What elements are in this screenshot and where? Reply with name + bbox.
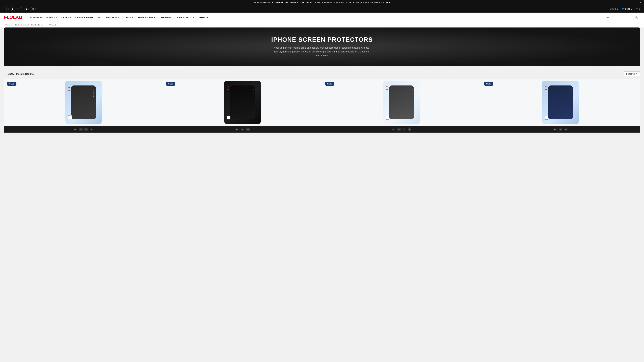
login-label: LOGIN bbox=[625, 8, 632, 10]
qr-code bbox=[386, 116, 390, 119]
feature-icon-ar: AR bbox=[553, 128, 557, 131]
product-icons-bar: AR 3D 👁 bbox=[163, 126, 322, 133]
product-image-area: FLOLAB bbox=[322, 79, 481, 126]
hero-description: Keep your screen looking great and healt… bbox=[271, 46, 372, 57]
new-badge: NEW bbox=[7, 82, 16, 86]
feature-icon-3d: 3D bbox=[241, 128, 244, 131]
nav-cables[interactable]: CABLES bbox=[122, 15, 135, 20]
flolab-label: FLOLAB bbox=[252, 89, 254, 94]
nav-label: SCREEN PROTECTORS bbox=[30, 16, 55, 18]
announcement-text: FREE WORLDWIDE SHIPPING ON ORDERS OVER $… bbox=[254, 1, 390, 4]
product-card[interactable]: NEW FLOLAB AR ✓ 3D bbox=[481, 79, 640, 133]
instagram-icon[interactable]: ◉ bbox=[24, 6, 29, 11]
breadcrumb: HOME / IPHONE SCREEN PROTECTORS / PAGE O… bbox=[0, 22, 644, 27]
new-badge: NEW bbox=[484, 82, 494, 86]
feature-icon-ar: AR bbox=[235, 128, 239, 131]
chevron-down-icon: ▾ bbox=[56, 16, 57, 18]
qr-code bbox=[68, 115, 72, 119]
new-badge: NEW bbox=[325, 82, 334, 86]
nav-label: SUPPORT bbox=[199, 16, 210, 18]
hero-banner: IPHONE SCREEN PROTECTORS Keep your scree… bbox=[4, 27, 640, 66]
protector-lines bbox=[227, 86, 229, 90]
product-card[interactable]: NEW FLOLAB AR ◎ 3D ✉ bbox=[322, 79, 481, 133]
nav-car-mounts[interactable]: CAR MOUNTS ▾ bbox=[175, 15, 196, 20]
feature-icon-3d: 3D bbox=[90, 128, 94, 131]
chevron-down-icon: ▾ bbox=[193, 16, 194, 18]
breadcrumb-current: PAGE OF bbox=[48, 24, 56, 26]
product-icons-bar: AR ◎ 👁 3D bbox=[4, 126, 163, 133]
feature-icon-circle: ◎ bbox=[397, 128, 401, 131]
breadcrumb-separator: / bbox=[12, 24, 12, 26]
breadcrumb-home[interactable]: HOME bbox=[4, 24, 10, 26]
youtube-icon[interactable]: ▶ bbox=[11, 6, 16, 11]
breadcrumb-category[interactable]: IPHONE SCREEN PROTECTORS bbox=[14, 24, 43, 26]
product-icons-bar: AR ✓ 3D bbox=[481, 126, 640, 133]
nav-support[interactable]: SUPPORT bbox=[197, 15, 212, 20]
feature-icon-3d: 3D bbox=[402, 128, 406, 131]
search-icon[interactable]: 🔍 bbox=[634, 16, 638, 19]
main-nav: SCREEN PROTECTORS ▾ CASES ▾ CAMERA PROTE… bbox=[28, 15, 600, 20]
new-badge: NEW bbox=[166, 82, 176, 86]
feature-icon-mail: ✉ bbox=[408, 128, 412, 131]
flolab-label: FLOLAB bbox=[412, 89, 413, 94]
nav-label: MAGSAFE bbox=[106, 16, 118, 18]
search-bar[interactable]: 🔍 bbox=[603, 14, 640, 20]
filters-bar: ≡ Show Filters (1 Results) Featured ▾ bbox=[0, 69, 644, 79]
nav-chargers[interactable]: CHARGERS bbox=[158, 15, 174, 20]
nav-screen-protectors[interactable]: SCREEN PROTECTORS ▾ bbox=[28, 15, 59, 20]
feature-icon-ar: AR bbox=[392, 128, 395, 131]
email-icon[interactable]: ✉ bbox=[31, 6, 36, 11]
currency-selector[interactable]: USD $ ▾ bbox=[610, 8, 618, 10]
feature-icon-ar: AR bbox=[74, 128, 77, 131]
product-image-area: FLOLAB bbox=[163, 79, 322, 126]
sort-value: Featured bbox=[626, 72, 635, 75]
product-image: FLOLAB bbox=[65, 81, 102, 124]
feature-icon-check: ✓ bbox=[559, 128, 562, 131]
announcement-bar: FREE WORLDWIDE SHIPPING ON ORDERS OVER $… bbox=[0, 0, 644, 5]
utility-bar: ♪ ▶ f ◉ ✉ USD $ ▾ 👤 LOGIN 🛒 0 bbox=[0, 5, 644, 12]
social-icons-group: ♪ ▶ f ◉ ✉ bbox=[4, 6, 36, 11]
sort-chevron-icon: ▾ bbox=[636, 72, 638, 75]
product-icons-bar: AR ◎ 3D ✉ bbox=[322, 126, 481, 133]
nav-label: CAR MOUNTS bbox=[177, 16, 192, 18]
product-image-area: FLOLAB bbox=[4, 79, 163, 126]
qr-code bbox=[545, 116, 548, 119]
currency-value: USD $ bbox=[610, 8, 616, 10]
cart-count: 0 bbox=[639, 8, 640, 10]
show-filters-button[interactable]: ≡ Show Filters (1 Results) bbox=[4, 72, 34, 76]
nav-label: POWER BANKS bbox=[138, 16, 155, 18]
filters-label: Show Filters (1 Results) bbox=[8, 72, 34, 75]
hero-title: IPHONE SCREEN PROTECTORS bbox=[271, 36, 373, 43]
product-card[interactable]: NEW FLOLAB AR ◎ 👁 3D bbox=[4, 79, 163, 133]
feature-icon-eye: 👁 bbox=[246, 128, 250, 131]
chevron-down-icon: ▾ bbox=[70, 16, 71, 18]
feature-icon-3d: 3D bbox=[564, 128, 568, 131]
search-input[interactable] bbox=[605, 16, 633, 18]
nav-label: CAMERA PROTECTOR bbox=[76, 16, 100, 18]
nav-label: CHARGERS bbox=[160, 16, 172, 18]
cart-icon: 🛒 bbox=[636, 8, 638, 10]
nav-cases[interactable]: CASES ▾ bbox=[59, 15, 73, 20]
chevron-down-icon: ▾ bbox=[100, 16, 102, 18]
login-button[interactable]: 👤 LOGIN bbox=[622, 8, 632, 10]
filter-icon: ≡ bbox=[4, 72, 6, 76]
facebook-icon[interactable]: f bbox=[18, 6, 22, 11]
nav-magsafe[interactable]: MAGSAFE ▾ bbox=[104, 15, 121, 20]
protector-lines bbox=[68, 87, 70, 91]
feature-icon-circle: ◎ bbox=[79, 128, 83, 131]
flolab-label: FLOLAB bbox=[570, 89, 572, 94]
nav-power-banks[interactable]: POWER BANKS bbox=[136, 15, 157, 20]
protector-lines bbox=[386, 86, 388, 90]
nav-label: CABLES bbox=[124, 16, 133, 18]
cart-button[interactable]: 🛒 0 bbox=[636, 8, 640, 10]
close-announcement-button[interactable]: ✕ bbox=[639, 1, 642, 4]
nav-camera-protector[interactable]: CAMERA PROTECTOR ▾ bbox=[74, 15, 104, 20]
logo[interactable]: FLOLAB bbox=[4, 14, 24, 20]
flolab-label: FLOLAB bbox=[93, 90, 94, 97]
tiktok-icon[interactable]: ♪ bbox=[4, 6, 9, 11]
sort-dropdown[interactable]: Featured ▾ bbox=[624, 71, 640, 76]
user-icon: 👤 bbox=[622, 8, 624, 10]
product-card[interactable]: NEW FLOLAB AR 3D 👁 bbox=[163, 79, 322, 133]
currency-chevron-icon: ▾ bbox=[617, 8, 618, 10]
breadcrumb-separator: / bbox=[45, 24, 46, 26]
